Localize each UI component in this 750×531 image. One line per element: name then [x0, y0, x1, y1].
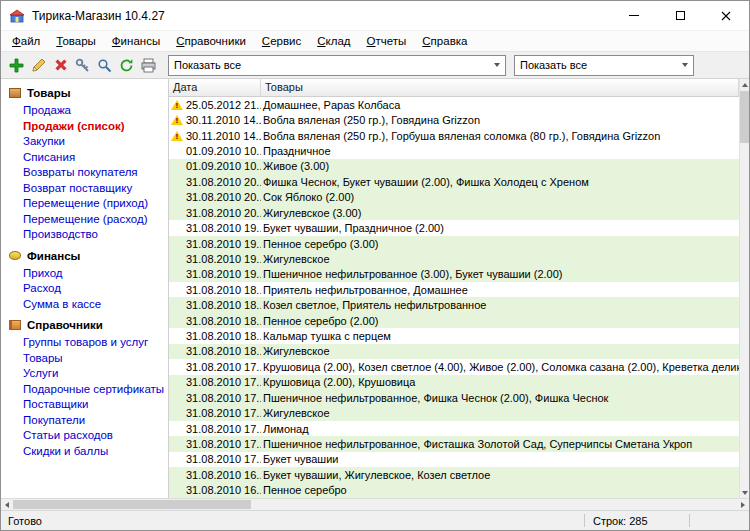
sidebar-item[interactable]: Поставщики — [9, 397, 168, 413]
sidebar-item[interactable]: Группы товаров и услуг — [9, 335, 168, 351]
sidebar-item[interactable]: Товары — [9, 351, 168, 367]
sidebar-item[interactable]: Списания — [9, 150, 168, 166]
vertical-scrollbar[interactable] — [739, 79, 749, 498]
table-rows: 25.05.2012 21...Домашнее, Papas Колбаса3… — [169, 97, 739, 498]
sidebar-item[interactable]: Услуги — [9, 366, 168, 382]
table-row[interactable]: 01.09.2010 10...Праздничное — [169, 143, 739, 158]
table-row[interactable]: 31.08.2010 19...Пенное серебро (3.00) — [169, 236, 739, 251]
table-row[interactable]: 31.08.2010 17...Букет чувашии — [169, 452, 739, 467]
table-row[interactable]: 25.05.2012 21...Домашнее, Papas Колбаса — [169, 97, 739, 112]
table-row[interactable]: 31.08.2010 16...Букет чувашии, Жигулевск… — [169, 467, 739, 482]
table-row[interactable]: 31.08.2010 18...Жигулевское — [169, 344, 739, 359]
section-title: Финансы — [27, 250, 80, 262]
sidebar-item[interactable]: Производство — [9, 227, 168, 243]
date-text: 30.11.2010 14... — [186, 114, 261, 126]
sidebar-item[interactable]: Статьи расходов — [9, 428, 168, 444]
row-count-label: Строк: 285 — [593, 515, 681, 527]
cell-date: 31.08.2010 17... — [169, 438, 261, 450]
sidebar-section-header-goods[interactable]: Товары — [9, 87, 168, 99]
sidebar-item[interactable]: Продажа — [9, 103, 168, 119]
table-row[interactable]: 31.08.2010 18...Пенное серебро (2.00) — [169, 313, 739, 328]
sidebar-item[interactable]: Продажи (список) — [9, 119, 168, 135]
sidebar-item[interactable]: Покупатели — [9, 413, 168, 429]
table-row[interactable]: 31.08.2010 16...Пенное серебро — [169, 483, 739, 498]
menu-item[interactable]: Справочники — [168, 32, 254, 50]
table-row[interactable]: 31.08.2010 18...Козел светлое, Приятель … — [169, 297, 739, 312]
delete-icon — [54, 58, 68, 72]
sidebar-section-header-catalogs[interactable]: Справочники — [9, 319, 168, 331]
filter-combo-primary[interactable]: Показать все — [168, 55, 506, 76]
filter-combo-secondary[interactable]: Показать все — [514, 55, 694, 76]
print-button[interactable] — [138, 55, 159, 76]
sidebar-item[interactable]: Закупки — [9, 134, 168, 150]
table-row[interactable]: 01.09.2010 10...Живое (3.00) — [169, 159, 739, 174]
scroll-down-button[interactable] — [740, 487, 750, 498]
table-row[interactable]: 31.08.2010 18...Приятель нефильтрованное… — [169, 282, 739, 297]
close-button[interactable] — [703, 1, 749, 30]
minimize-button[interactable] — [611, 1, 657, 30]
table-row[interactable]: 31.08.2010 19...Жигулевское — [169, 251, 739, 266]
sidebar-item[interactable]: Сумма в кассе — [9, 297, 168, 313]
combo-dropdown-button[interactable] — [676, 56, 693, 75]
table-row[interactable]: 31.08.2010 20...Фишка Чеснок, Букет чува… — [169, 174, 739, 189]
menu-item[interactable]: Сервис — [254, 32, 309, 50]
key-button[interactable] — [72, 55, 93, 76]
column-header-items[interactable]: Товары — [261, 79, 739, 96]
table-row[interactable]: 31.08.2010 19...Букет чувашии, Праздничн… — [169, 220, 739, 235]
cell-date: 30.11.2010 14... — [169, 130, 261, 142]
search-button[interactable] — [94, 55, 115, 76]
add-button[interactable] — [6, 55, 27, 76]
date-text: 31.08.2010 20... — [186, 176, 261, 188]
cell-date: 31.08.2010 17... — [169, 392, 261, 404]
scroll-right-button[interactable] — [737, 499, 749, 510]
menu-item[interactable]: Товары — [48, 32, 104, 50]
cell-date: 30.11.2010 14... — [169, 114, 261, 126]
combo-dropdown-button[interactable] — [488, 56, 505, 75]
sidebar-section-header-finance[interactable]: Финансы — [9, 250, 168, 262]
sidebar-item[interactable]: Возвраты покупателя — [9, 165, 168, 181]
menu-item[interactable]: Отчеты — [359, 32, 415, 50]
sidebar-item[interactable]: Скидки и баллы — [9, 444, 168, 460]
table-row[interactable]: 31.08.2010 17...Пшеничное нефильтрованно… — [169, 390, 739, 405]
table-row[interactable]: 31.08.2010 19...Пшеничное нефильтрованно… — [169, 267, 739, 282]
cell-items: Крушовица (2.00), Крушовица — [261, 376, 739, 388]
sidebar-item[interactable]: Перемещение (расход) — [9, 212, 168, 228]
cell-items: Букет чувашии — [261, 453, 739, 465]
table-row[interactable]: 30.11.2010 14...Вобла вяленая (250 гр.),… — [169, 112, 739, 127]
sidebar-item[interactable]: Перемещение (приход) — [9, 196, 168, 212]
sidebar-item[interactable]: Подарочные сертификаты — [9, 382, 168, 398]
warning-spacer — [171, 407, 184, 419]
edit-button[interactable] — [28, 55, 49, 76]
table-row[interactable]: 31.08.2010 17...Лимонад — [169, 421, 739, 436]
sidebar-item[interactable]: Расход — [9, 281, 168, 297]
table-row[interactable]: 30.11.2010 14...Вобла вяленая (250 гр.),… — [169, 128, 739, 143]
table-row[interactable]: 31.08.2010 17...Пшеничное нефильтрованно… — [169, 436, 739, 451]
delete-button[interactable] — [50, 55, 71, 76]
menu-item[interactable]: Финансы — [104, 32, 168, 50]
warning-spacer — [171, 191, 184, 203]
scroll-up-button[interactable] — [740, 79, 750, 90]
table-row[interactable]: 31.08.2010 17...Крушовица (2.00), Крушов… — [169, 375, 739, 390]
refresh-button[interactable] — [116, 55, 137, 76]
sidebar-item[interactable]: Приход — [9, 266, 168, 282]
table-row[interactable]: 31.08.2010 17...Жигулевское — [169, 405, 739, 420]
table-row[interactable]: 31.08.2010 20...Сок Яблоко (2.00) — [169, 190, 739, 205]
date-text: 31.08.2010 17... — [186, 392, 261, 404]
column-header-date[interactable]: Дата — [169, 79, 261, 96]
horizontal-scrollbar[interactable] — [1, 498, 749, 510]
maximize-button[interactable] — [657, 1, 703, 30]
status-message: Готово — [8, 515, 576, 527]
menu-item[interactable]: Склад — [309, 32, 358, 50]
sidebar-item[interactable]: Возврат поставщику — [9, 181, 168, 197]
horizontal-scroll-thumb[interactable] — [13, 500, 251, 509]
section-title: Товары — [27, 87, 70, 99]
warning-spacer — [171, 160, 184, 172]
window-controls — [611, 1, 749, 30]
scroll-left-button[interactable] — [1, 499, 13, 510]
menu-item[interactable]: Справка — [414, 32, 475, 50]
vertical-scroll-thumb[interactable] — [740, 91, 750, 143]
table-row[interactable]: 31.08.2010 17...Крушовица (2.00), Козел … — [169, 359, 739, 374]
menu-item[interactable]: Файл — [4, 32, 48, 50]
table-row[interactable]: 31.08.2010 20...Жигулевское (3.00) — [169, 205, 739, 220]
table-row[interactable]: 31.08.2010 18...Кальмар тушка с перцем — [169, 328, 739, 343]
